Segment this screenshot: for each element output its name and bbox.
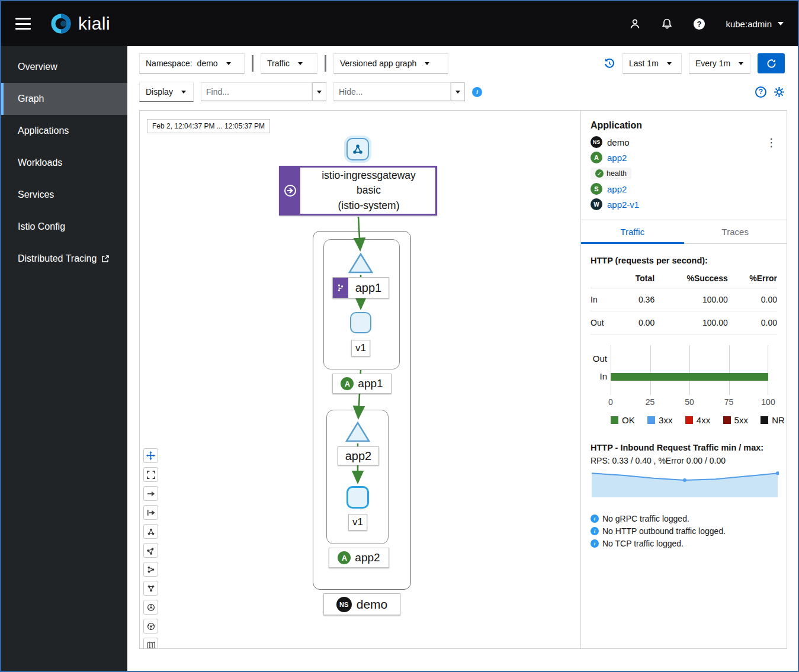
layout-mesh-button-4[interactable] <box>143 581 158 596</box>
sidebar-item-graph[interactable]: Graph <box>1 83 127 115</box>
traffic-bar-chart: Out In <box>591 345 777 395</box>
legend-item: 5xx <box>723 415 748 425</box>
legend-item: 4xx <box>685 415 710 425</box>
tab-traces[interactable]: Traces <box>684 220 787 244</box>
refresh-button[interactable] <box>758 53 785 73</box>
app-node-app2[interactable] <box>345 421 371 443</box>
sidebar-item-services[interactable]: Services <box>1 179 127 211</box>
toolbar-divider <box>325 55 326 72</box>
namespace-layout-button-1[interactable] <box>143 600 158 615</box>
user-account-dropdown[interactable]: kube:admin <box>726 19 784 29</box>
panel-workload-link[interactable]: app2-v1 <box>607 200 639 210</box>
traffic-dropdown[interactable]: Traffic <box>261 53 317 73</box>
zoom-to-fit-button[interactable] <box>143 467 158 482</box>
legend-swatch <box>723 416 731 424</box>
graph-controls <box>143 448 158 649</box>
notice-http-outbound: iNo HTTP outbound traffic logged. <box>591 526 777 536</box>
chevron-down-icon <box>778 22 784 25</box>
hide-panel-button[interactable]: Hide » <box>580 596 581 635</box>
user-icon[interactable] <box>629 18 641 30</box>
workload-node-app1-v1[interactable] <box>350 312 371 333</box>
namespace-dropdown[interactable]: Namespace: demo <box>139 53 245 73</box>
layout-mesh-button-2[interactable] <box>143 543 158 558</box>
sidebar-item-applications[interactable]: Applications <box>1 115 127 147</box>
graph-canvas[interactable]: Feb 2, 12:04:37 PM ... 12:05:37 PM <box>139 110 580 649</box>
notifications-bell-icon[interactable] <box>661 18 673 30</box>
inbound-stats: RPS: 0.33 / 0.40 , %Error 0.00 / 0.00 <box>591 456 777 465</box>
sidebar-item-distributed-tracing[interactable]: Distributed Tracing <box>1 243 127 275</box>
gateway-badge <box>280 167 300 214</box>
health-check-icon: ✓ <box>595 169 604 178</box>
gateway-node-label[interactable]: istio-ingressgateway basic (istio-system… <box>279 166 437 216</box>
legend-swatch <box>611 416 618 424</box>
sidebar-item-workloads[interactable]: Workloads <box>1 147 127 179</box>
hide-input[interactable] <box>333 82 451 101</box>
workload-node-app2-v1[interactable] <box>346 486 369 509</box>
graph-help-icon[interactable]: ? <box>755 86 766 98</box>
legend-map-button[interactable] <box>143 638 158 649</box>
inbound-heading: HTTP - Inbound Request Traffic min / max… <box>591 443 777 452</box>
app-node-app1[interactable] <box>348 252 374 275</box>
info-icon: i <box>591 527 599 535</box>
notice-grpc: iNo gRPC traffic logged. <box>591 514 777 523</box>
pan-mode-button[interactable] <box>143 448 158 463</box>
layout-mesh-button-1[interactable] <box>143 524 158 539</box>
chevron-down-icon <box>455 91 460 94</box>
application-badge: A <box>591 152 602 163</box>
replay-history-icon[interactable] <box>604 57 615 69</box>
namespace-label-demo[interactable]: NS demo <box>323 593 400 615</box>
help-icon[interactable]: ? <box>693 18 705 30</box>
user-name: kube:admin <box>726 19 772 29</box>
health-chip-label: health <box>607 169 627 178</box>
display-dropdown[interactable]: Display <box>139 82 194 102</box>
legend-item: NR <box>761 415 785 425</box>
hide-options-toggle[interactable] <box>451 82 465 101</box>
menu-icon[interactable] <box>15 18 31 30</box>
graph-toolbar-secondary: Display i ? <box>127 82 798 102</box>
panel-title: Application <box>591 120 777 131</box>
health-chip[interactable]: ✓ health <box>591 168 631 179</box>
sidebar-item-overview[interactable]: Overview <box>1 51 127 83</box>
app1-badge-label[interactable]: A app1 <box>332 374 392 394</box>
panel-app-link[interactable]: app2 <box>607 153 627 163</box>
find-hide-info-icon[interactable]: i <box>472 87 482 97</box>
graph-settings-icon[interactable] <box>774 86 785 98</box>
summary-panel: Hide » Application NS demo ⋮ A app2 ✓ he… <box>580 110 787 649</box>
graph-toolbar-primary: Namespace: demo Traffic Versioned app gr… <box>127 53 798 73</box>
kiali-brand: kiali <box>50 12 110 35</box>
sidebar-item-istio-config[interactable]: Istio Config <box>1 211 127 243</box>
sidebar-nav: Overview Graph Applications Workloads Se… <box>1 46 127 671</box>
app2-label[interactable]: app2 <box>338 446 379 465</box>
sync-icon <box>766 59 776 69</box>
legend-item: OK <box>611 415 635 425</box>
kebab-menu-icon[interactable]: ⋮ <box>766 137 777 148</box>
refresh-interval-dropdown[interactable]: Every 1m <box>689 53 750 73</box>
chevron-down-icon <box>425 62 429 65</box>
find-input[interactable] <box>201 82 312 101</box>
chevron-down-icon <box>739 62 743 65</box>
find-options-toggle[interactable] <box>312 82 326 101</box>
chevron-down-icon <box>667 62 672 65</box>
find-combobox <box>201 82 326 101</box>
duration-dropdown[interactable]: Last 1m <box>622 53 682 73</box>
legend-swatch <box>685 416 693 424</box>
focus-arrow-bar-button[interactable] <box>143 505 158 520</box>
kiali-logo-icon <box>50 12 72 35</box>
workload-label-app2-v1[interactable]: v1 <box>348 514 367 530</box>
notice-tcp: iNo TCP traffic logged. <box>591 539 777 548</box>
tab-traffic[interactable]: Traffic <box>581 220 684 244</box>
mesh-gateway-node[interactable] <box>346 138 369 160</box>
toolbar-divider <box>252 55 254 72</box>
chevron-down-icon <box>181 91 186 94</box>
focus-arrow-button[interactable] <box>143 486 158 501</box>
namespace-layout-button-2[interactable] <box>143 619 158 634</box>
edge-gateway-to-app1[interactable] <box>358 217 360 249</box>
graph-type-dropdown[interactable]: Versioned app graph <box>333 53 448 73</box>
panel-service-link[interactable]: app2 <box>607 184 627 194</box>
workload-label-app1-v1[interactable]: v1 <box>351 340 370 356</box>
app2-badge-label[interactable]: A app2 <box>329 548 389 568</box>
layout-mesh-button-3[interactable] <box>143 562 158 577</box>
chevron-down-icon <box>317 91 322 94</box>
app1-label[interactable]: app1 <box>332 277 389 298</box>
git-branch-icon <box>337 284 344 292</box>
